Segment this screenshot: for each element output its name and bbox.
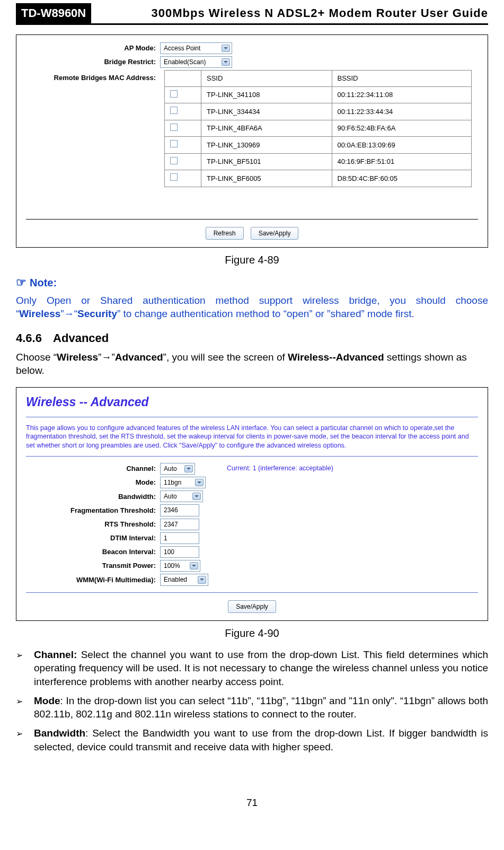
row-checkbox[interactable] xyxy=(170,124,178,131)
pointing-hand-icon: ☞ xyxy=(16,276,26,289)
bullet-marker-icon: ➢ xyxy=(16,648,34,689)
wmm-select[interactable]: Enabled xyxy=(160,574,208,585)
bridge-restrict-select[interactable]: Enabled(Scan) xyxy=(160,56,232,68)
frag-label: Fragmentation Threshold: xyxy=(26,506,160,515)
figure-4-90-caption: Figure 4-90 xyxy=(16,626,488,641)
figure-4-90-box: Wireless -- Advanced This page allows yo… xyxy=(16,387,488,621)
frag-input[interactable]: 2346 xyxy=(160,504,199,516)
cell-bssid: 40:16:9F:BF:51:01 xyxy=(332,153,472,170)
beacon-input[interactable]: 100 xyxy=(160,546,199,558)
cell-bssid: 00:11:22:33:44:34 xyxy=(332,103,472,120)
col-ssid: SSID xyxy=(201,71,332,87)
row-checkbox[interactable] xyxy=(170,157,178,164)
table-row: TP-LINK_33443400:11:22:33:44:34 xyxy=(165,103,472,120)
cell-ssid: TP-LINK_341108 xyxy=(201,86,332,103)
model-badge: TD-W8960N xyxy=(16,3,91,23)
page-number: 71 xyxy=(16,796,488,810)
mode-select[interactable]: 11bgn xyxy=(160,477,206,488)
page-root: TD-W8960N 300Mbps Wireless N ADSL2+ Mode… xyxy=(0,0,504,842)
note-header: ☞Note: xyxy=(16,275,488,291)
channel-label: Channel: xyxy=(26,464,160,474)
ap-mode-select[interactable]: Access Point xyxy=(160,42,232,54)
row-checkbox[interactable] xyxy=(170,140,178,147)
bullet-marker-icon: ➢ xyxy=(16,694,34,721)
rts-input[interactable]: 2347 xyxy=(160,519,199,530)
bandwidth-label: Bandwidth: xyxy=(26,492,160,502)
note-body: Only Open or Shared authentication metho… xyxy=(16,294,488,321)
row-checkbox[interactable] xyxy=(170,107,178,114)
save-apply-button[interactable]: Save/Apply xyxy=(251,227,299,240)
bandwidth-select[interactable]: Auto xyxy=(160,490,203,502)
bullet-mode: ➢ Mode: In the drop-down list you can se… xyxy=(16,694,488,721)
cell-ssid: TP-LINK_130969 xyxy=(201,137,332,154)
table-row: TP-LINK_BF6005D8:5D:4C:BF:60:05 xyxy=(165,170,472,187)
table-row: TP-LINK_34110800:11:22:34:11:08 xyxy=(165,86,472,103)
dtim-label: DTIM Interval: xyxy=(26,533,160,543)
channel-status: Current: 1 (interference: acceptable) xyxy=(195,464,333,473)
rts-label: RTS Threshold: xyxy=(26,520,160,529)
col-bssid: BSSID xyxy=(332,71,472,87)
guide-title: 300Mbps Wireless N ADSL2+ Modem Router U… xyxy=(91,3,488,21)
note-label: Note: xyxy=(30,277,57,288)
tx-power-label: Transmit Power: xyxy=(26,561,160,571)
cell-ssid: TP-LINK_BF6005 xyxy=(201,170,332,187)
cell-bssid: 90:F6:52:4B:FA:6A xyxy=(332,120,472,137)
table-row: TP-LINK_BF510140:16:9F:BF:51:01 xyxy=(165,153,472,170)
bullet-marker-icon: ➢ xyxy=(16,726,34,753)
cell-bssid: D8:5D:4C:BF:60:05 xyxy=(332,170,472,187)
channel-select[interactable]: Auto xyxy=(160,463,195,475)
figure-4-89-box: AP Mode: Access Point Bridge Restrict: E… xyxy=(16,34,488,248)
refresh-button[interactable]: Refresh xyxy=(206,227,244,240)
ap-mode-label: AP Mode: xyxy=(26,43,160,53)
section-intro: Choose “Wireless”→”Advanced”, you will s… xyxy=(16,350,488,378)
save-apply-button[interactable]: Save/Apply xyxy=(228,600,276,613)
cell-bssid: 00:0A:EB:13:09:69 xyxy=(332,137,472,154)
dtim-input[interactable]: 1 xyxy=(160,532,199,544)
beacon-label: Beacon Interval: xyxy=(26,547,160,557)
wmm-label: WMM(Wi-Fi Multimedia): xyxy=(26,575,160,585)
tx-power-select[interactable]: 100% xyxy=(160,560,200,572)
bullet-bandwidth: ➢ Bandwidth: Select the Bandwidth you wa… xyxy=(16,726,488,753)
col-blank xyxy=(165,71,201,87)
table-row: TP-LINK_4BFA6A90:F6:52:4B:FA:6A xyxy=(165,120,472,137)
cell-ssid: TP-LINK_4BFA6A xyxy=(201,120,332,137)
section-4-6-6-title: 4.6.6 Advanced xyxy=(16,330,488,346)
scan-table: SSID BSSID TP-LINK_34110800:11:22:34:11:… xyxy=(164,70,472,187)
wireless-advanced-title: Wireless -- Advanced xyxy=(26,394,478,410)
cell-ssid: TP-LINK_BF5101 xyxy=(201,153,332,170)
mode-label: Mode: xyxy=(26,478,160,487)
page-header: TD-W8960N 300Mbps Wireless N ADSL2+ Mode… xyxy=(16,0,488,25)
remote-mac-label: Remote Bridges MAC Address: xyxy=(26,70,160,83)
bullet-channel: ➢ Channel: Select the channel you want t… xyxy=(16,648,488,689)
row-checkbox[interactable] xyxy=(170,90,178,98)
wireless-advanced-desc: This page allows you to configure advanc… xyxy=(26,424,478,450)
cell-ssid: TP-LINK_334434 xyxy=(201,103,332,120)
bridge-restrict-label: Bridge Restrict: xyxy=(26,57,160,67)
table-row: TP-LINK_13096900:0A:EB:13:09:69 xyxy=(165,137,472,154)
cell-bssid: 00:11:22:34:11:08 xyxy=(332,86,472,103)
row-checkbox[interactable] xyxy=(170,173,178,181)
figure-4-89-caption: Figure 4-89 xyxy=(16,253,488,267)
feature-bullets: ➢ Channel: Select the channel you want t… xyxy=(16,648,488,753)
